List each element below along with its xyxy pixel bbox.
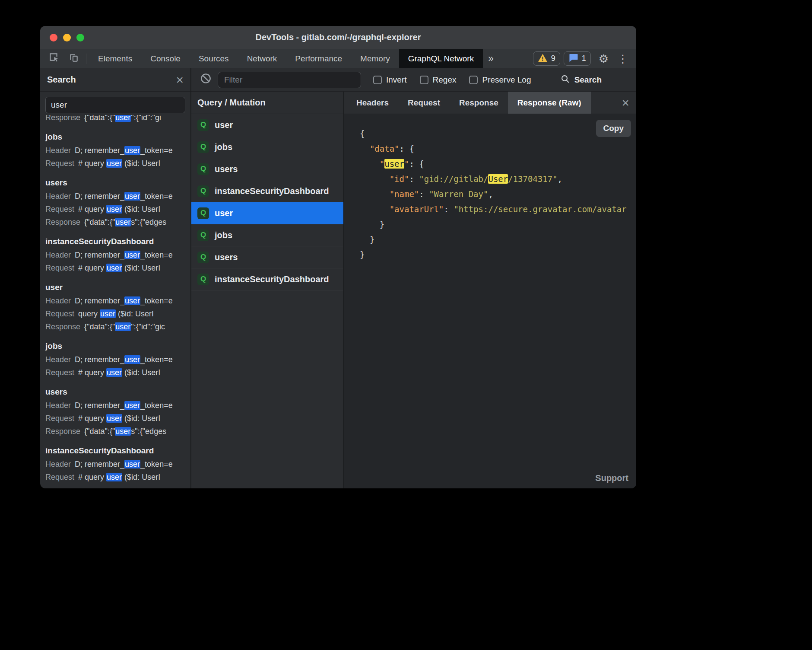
json-line: "data": { [360,141,636,156]
details-pane: HeadersRequestResponseResponse (Raw) × C… [344,92,636,488]
match-highlight: user [106,368,122,377]
more-tabs-button[interactable]: » [483,53,499,64]
checkbox-label: Invert [386,75,407,85]
detail-tab-request[interactable]: Request [398,92,450,114]
inspect-element-button[interactable] [44,49,63,68]
search-input[interactable] [45,97,185,113]
tab-network[interactable]: Network [238,49,286,68]
match-highlight: user [384,159,404,169]
search-result-row[interactable]: Request# query user ($id: UserI [45,471,190,484]
query-list-item[interactable]: QinstanceSecurityDashboard [191,180,343,202]
search-result-row[interactable]: HeaderD; remember_user_token=e [45,399,190,412]
query-type-badge: Q [197,185,209,197]
search-result-row[interactable]: HeaderD; remember_user_token=e [45,144,190,157]
search-section-title: jobs [45,339,190,353]
close-details-button[interactable]: × [622,96,629,109]
match-highlight: user [106,264,122,272]
toolbar-search-button[interactable]: Search [560,74,602,86]
close-window-button[interactable] [50,34,57,41]
search-result-text: # query user ($id: UserI [78,473,160,481]
search-results-list: Response{"data":{"user":{"id":"gijobsHea… [40,115,190,488]
warnings-badge[interactable]: 9 [533,51,560,66]
search-result-kind: Header [45,192,71,201]
checkbox-box[interactable] [373,76,382,84]
search-section-title: instanceSecurityDashboard [45,234,190,249]
clear-requests-button[interactable] [196,68,216,91]
query-list-item[interactable]: Qusers [191,158,343,180]
search-result-row[interactable]: Response{"data":{"user":{"id":"gi [45,115,190,124]
search-result-row[interactable]: Response{"data":{"users":{"edges [45,216,190,229]
search-result-row[interactable]: HeaderD; remember_user_token=e [45,353,190,366]
query-name: instanceSecurityDashboard [215,274,329,284]
search-result-row[interactable]: Requestquery user ($id: UserI [45,307,190,320]
search-result-row[interactable]: HeaderD; remember_user_token=e [45,458,190,471]
checkbox-box[interactable] [420,76,428,84]
search-result-row[interactable]: Response{"data":{"user":{"id":"gic [45,320,190,333]
copy-button[interactable]: Copy [596,120,631,137]
search-result-kind: Request [45,414,74,423]
json-line: } [360,232,636,247]
kebab-menu-button[interactable]: ⋮ [613,49,633,68]
search-result-kind: Response [45,427,80,436]
match-highlight: user [124,251,140,259]
query-list-item[interactable]: Qjobs [191,136,343,158]
checkbox-preserve-log[interactable]: Preserve Log [469,75,531,85]
device-toolbar-button[interactable] [63,49,83,68]
search-result-kind: Request [45,205,74,213]
query-list-item[interactable]: Qjobs [191,224,343,246]
detail-tab-response[interactable]: Response [450,92,508,114]
search-result-section: jobsHeaderD; remember_user_token=eReques… [45,339,190,379]
window-titlebar[interactable]: DevTools - gitlab.com/-/graphql-explorer [40,26,636,49]
match-highlight: user [124,146,140,155]
kebab-menu-icon: ⋮ [617,53,628,64]
checkbox-box[interactable] [469,76,478,84]
checkbox-invert[interactable]: Invert [373,75,407,85]
close-search-panel-button[interactable]: × [176,73,184,86]
support-link[interactable]: Support [595,473,628,483]
tab-memory[interactable]: Memory [351,49,399,68]
search-result-row[interactable]: Request# query user ($id: UserI [45,203,190,216]
search-section-title: user [45,280,190,294]
detail-tab-response-raw[interactable]: Response (Raw) [508,92,591,114]
devtools-window: DevTools - gitlab.com/-/graphql-explorer… [40,26,636,488]
tab-performance[interactable]: Performance [286,49,351,68]
maximize-window-button[interactable] [76,34,84,41]
detail-tab-headers[interactable]: Headers [347,92,398,114]
tab-console[interactable]: Console [141,49,190,68]
search-result-text: D; remember_user_token=e [75,146,173,155]
query-list-item[interactable]: QinstanceSecurityDashboard [191,268,343,290]
filter-input[interactable] [218,72,361,88]
search-result-row[interactable]: Response{"data":{"users":{"edges [45,425,190,438]
tab-graphql-network[interactable]: GraphQL Network [399,49,483,68]
search-result-row[interactable]: HeaderD; remember_user_token=e [45,249,190,261]
gear-icon: ⚙ [599,53,609,64]
search-result-kind: Request [45,159,74,168]
tab-sources[interactable]: Sources [190,49,238,68]
json-line: } [360,247,636,262]
search-result-row[interactable]: Request# query user ($id: UserI [45,412,190,425]
query-list-item[interactable]: Qusers [191,246,343,268]
messages-badge[interactable]: 1 [564,51,591,66]
search-result-row[interactable]: Request# query user ($id: UserI [45,366,190,379]
search-result-kind: Header [45,460,71,468]
query-list-item[interactable]: Quser [191,114,343,136]
query-list-item[interactable]: Quser [191,202,343,224]
checkbox-regex[interactable]: Regex [420,75,457,85]
search-result-row[interactable]: Request# query user ($id: UserI [45,157,190,170]
search-icon [560,74,570,86]
tab-elements[interactable]: Elements [89,49,141,68]
match-highlight: user [124,460,140,468]
search-result-row[interactable]: HeaderD; remember_user_token=e [45,190,190,203]
search-result-text: query user ($id: UserI [78,309,154,318]
search-result-row[interactable]: HeaderD; remember_user_token=e [45,294,190,307]
match-highlight: user [115,322,131,331]
search-result-row[interactable]: Request# query user ($id: UserI [45,261,190,274]
match-highlight: user [115,218,131,226]
query-type-badge: Q [197,119,209,131]
settings-gear-button[interactable]: ⚙ [594,49,613,68]
minimize-window-button[interactable] [63,34,71,41]
search-result-section: usersHeaderD; remember_user_token=eReque… [45,385,190,438]
json-line: "user": { [360,156,636,172]
query-name: jobs [215,230,232,240]
search-panel-title: Search [47,75,76,85]
